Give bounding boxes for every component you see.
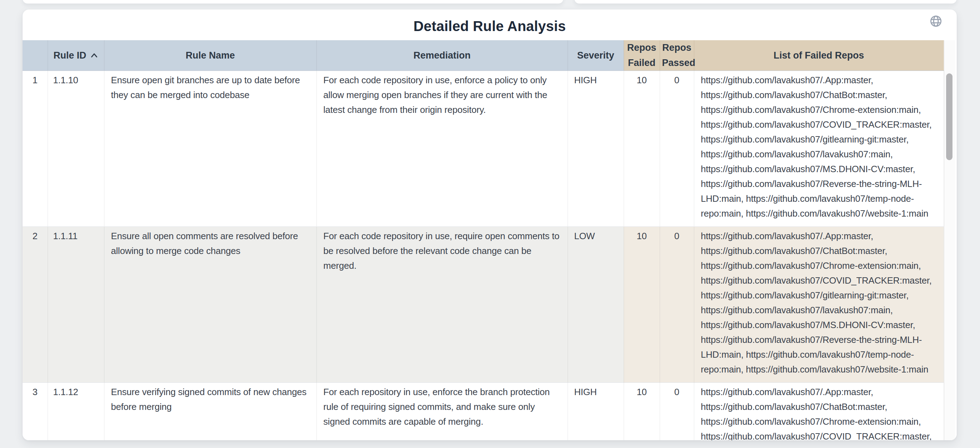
row-index-cell: 2 [22,227,48,383]
row-index-cell: 3 [22,383,48,441]
rule-id-cell: 1.1.10 [48,71,104,227]
header-index [22,40,48,71]
table-row: 2 1.1.11 Ensure all open comments are re… [22,227,943,383]
remediation-cell: For each code repository in use, enforce… [317,71,568,227]
table-row: 3 1.1.12 Ensure verifying signed commits… [22,383,943,441]
failed-repos-list-cell: https://github.com/lavakush07/.App:maste… [694,71,943,227]
table-row: 1 1.1.10 Ensure open git branches are up… [22,71,943,227]
header-failed-repos-list[interactable]: List of Failed Repos [694,40,943,71]
failed-repos-list-cell: https://github.com/lavakush07/.App:maste… [694,227,943,383]
table-body: 1 1.1.10 Ensure open git branches are up… [22,71,943,441]
row-index-cell: 1 [22,71,48,227]
repos-passed-cell: 0 [660,383,694,441]
rule-name-cell: Ensure open git branches are up to date … [104,71,317,227]
rule-name-cell: Ensure all open comments are resolved be… [104,227,317,383]
header-rule-name[interactable]: Rule Name [104,40,317,71]
rule-name-cell: Ensure verifying signed commits of new c… [104,383,317,441]
repos-failed-cell: 10 [624,227,660,383]
header-severity[interactable]: Severity [568,40,624,71]
card-header: Detailed Rule Analysis [22,10,957,40]
rule-analysis-table: Rule ID Rule Name Remediation Severity R… [22,40,944,440]
header-remediation[interactable]: Remediation [317,40,568,71]
failed-repos-list-cell: https://github.com/lavakush07/.App:maste… [694,383,943,441]
rule-table-viewport: Rule ID Rule Name Remediation Severity R… [22,40,957,440]
remediation-cell: For each repository in use, enforce the … [317,383,568,441]
rule-id-cell: 1.1.11 [48,227,104,383]
repos-failed-cell: 10 [624,383,660,441]
top-card-right [574,0,957,3]
header-repos-failed[interactable]: Repos Failed [624,40,660,71]
globe-icon[interactable] [929,14,943,28]
repos-passed-cell: 0 [660,71,694,227]
severity-cell: LOW [568,227,624,383]
header-rule-id[interactable]: Rule ID [48,40,104,71]
header-rule-id-label: Rule ID [53,48,86,63]
sort-ascending-icon [90,52,99,59]
table-header-row: Rule ID Rule Name Remediation Severity R… [22,40,943,71]
rule-id-cell: 1.1.12 [48,383,104,441]
severity-cell: HIGH [568,383,624,441]
repos-passed-cell: 0 [660,227,694,383]
remediation-cell: For each code repository in use, require… [317,227,568,383]
repos-failed-cell: 10 [624,71,660,227]
top-card-left [22,0,563,3]
header-repos-passed[interactable]: Repos Passed [660,40,694,71]
vertical-scrollbar-thumb[interactable] [946,73,953,160]
detailed-rule-analysis-card: Detailed Rule Analysis Rule ID [22,10,957,440]
vertical-scrollbar-track[interactable] [944,40,955,440]
page-title: Detailed Rule Analysis [22,10,957,43]
severity-cell: HIGH [568,71,624,227]
